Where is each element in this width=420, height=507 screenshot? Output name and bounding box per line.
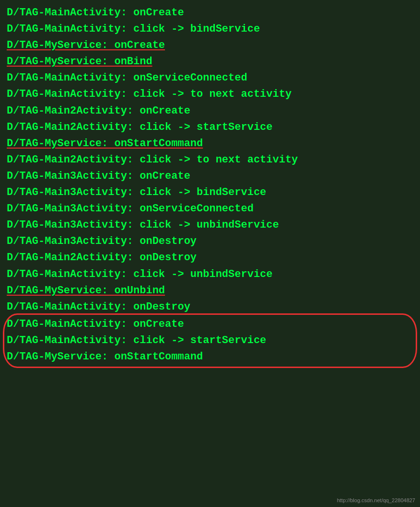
line2: D/TAG-MainActivity: click -> bindService <box>7 21 413 37</box>
line6: D/TAG-MainActivity: click -> to next act… <box>7 86 413 103</box>
line20: D/TAG-MainActivity: onCreate <box>7 316 413 333</box>
log-container: D/TAG-MainActivity: onCreateD/TAG-MainAc… <box>7 5 413 365</box>
line21: D/TAG-MainActivity: click -> startServic… <box>7 333 413 349</box>
watermark: http://blog.csdn.net/qq_22804827 <box>337 497 415 503</box>
line9: D/TAG-MyService: onStartCommand <box>7 136 413 152</box>
line11: D/TAG-Main3Activity: onCreate <box>7 168 413 184</box>
line5: D/TAG-MainActivity: onServiceConnected <box>7 70 413 86</box>
line7: D/TAG-Main2Activity: onCreate <box>7 103 413 119</box>
line17: D/TAG-MainActivity: click -> unbindServi… <box>7 266 413 283</box>
line12: D/TAG-Main3Activity: click -> bindServic… <box>7 184 413 201</box>
line3: D/TAG-MyService: onCreate <box>7 37 413 54</box>
line22: D/TAG-MyService: onStartCommand <box>7 349 413 365</box>
line1: D/TAG-MainActivity: onCreate <box>7 5 413 21</box>
line10: D/TAG-Main2Activity: click -> to next ac… <box>7 152 413 168</box>
line16: D/TAG-Main2Activity: onDestroy <box>7 250 413 266</box>
line4: D/TAG-MyService: onBind <box>7 54 413 70</box>
line18: D/TAG-MyService: onUnbind <box>7 283 413 299</box>
line14: D/TAG-Main3Activity: click -> unbindServ… <box>7 217 413 233</box>
line13: D/TAG-Main3Activity: onServiceConnected <box>7 201 413 217</box>
circled-group: D/TAG-MainActivity: onCreateD/TAG-MainAc… <box>7 316 413 365</box>
line8: D/TAG-Main2Activity: click -> startServi… <box>7 119 413 136</box>
line15: D/TAG-Main3Activity: onDestroy <box>7 233 413 250</box>
line19: D/TAG-MainActivity: onDestroy <box>7 299 413 315</box>
